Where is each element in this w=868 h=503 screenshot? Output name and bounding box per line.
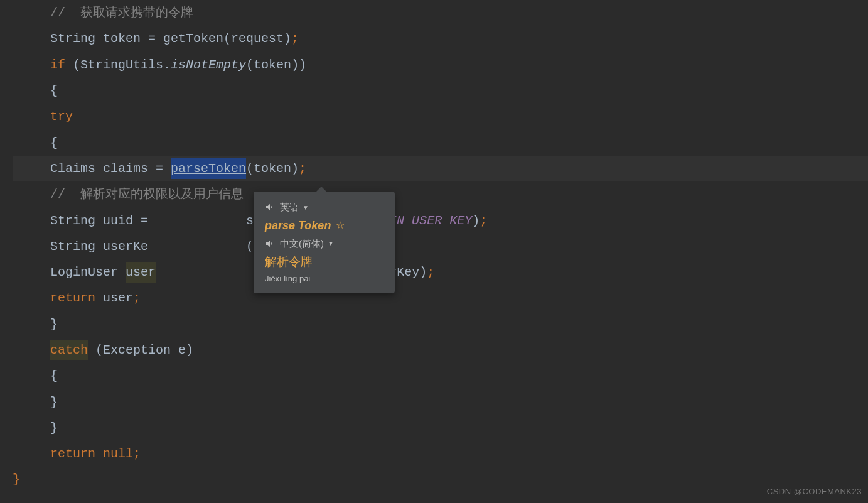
code-line: return null; [13, 441, 868, 467]
code-line: return user; [13, 285, 868, 311]
star-icon[interactable]: ☆ [336, 218, 345, 233]
selected-identifier[interactable]: parseToken [171, 158, 246, 179]
code-line: } [13, 389, 868, 414]
tooltip-source-lang-row[interactable]: 英语▼ [265, 200, 383, 215]
code-line: // 获取请求携带的令牌 [13, 0, 868, 26]
code-line: { [13, 78, 868, 104]
code-line: if (StringUtils.isNotEmpty(token)) [13, 52, 868, 78]
code-line: { [13, 363, 868, 389]
speaker-icon[interactable] [265, 239, 275, 249]
code-editor[interactable]: // 获取请求携带的令牌 String token = getToken(req… [0, 0, 868, 493]
translation-result: 解析令牌 [265, 253, 383, 271]
code-line: } [13, 311, 868, 337]
chevron-down-icon[interactable]: ▼ [328, 239, 334, 248]
code-line: catch (Exception e) [13, 337, 868, 363]
code-line-active: Claims claims = parseToken(token); [13, 156, 868, 181]
speaker-icon[interactable] [265, 202, 275, 212]
source-language: 英语 [280, 200, 299, 215]
code-line: } [13, 467, 868, 492]
watermark: CSDN @CODEMANK23 [767, 485, 862, 498]
tooltip-target-lang-row[interactable]: 中文(简体)▼ [265, 237, 383, 251]
comment-text: // 获取请求携带的令牌 [50, 3, 193, 23]
chevron-down-icon[interactable]: ▼ [303, 203, 309, 212]
highlighted-identifier: user [126, 262, 156, 283]
target-language: 中文(简体) [280, 237, 324, 251]
code-line: String uuid = XXXXXXXXXXXXs.get(Constant… [13, 207, 868, 233]
code-line: // 解析对应的权限以及用户信息 [13, 181, 868, 207]
tooltip-headline-row: parse Token ☆ [265, 217, 383, 234]
code-line: LoginUser userXXXXXXXXXXXXXgetCacheObjec… [13, 259, 868, 285]
translation-source-text: parse Token [265, 217, 331, 234]
code-line: String userKeXXXXXXXXXXXXX(uuid); [13, 234, 868, 259]
code-line: } [13, 415, 868, 441]
code-line: String token = getToken(request); [13, 26, 868, 51]
translation-pinyin: Jiěxī lìng pái [265, 273, 383, 285]
translation-tooltip[interactable]: 英语▼ parse Token ☆ 中文(简体)▼ 解析令牌 Jiěxī lìn… [254, 192, 395, 293]
code-line: { [13, 129, 868, 155]
code-line: try [13, 104, 868, 129]
